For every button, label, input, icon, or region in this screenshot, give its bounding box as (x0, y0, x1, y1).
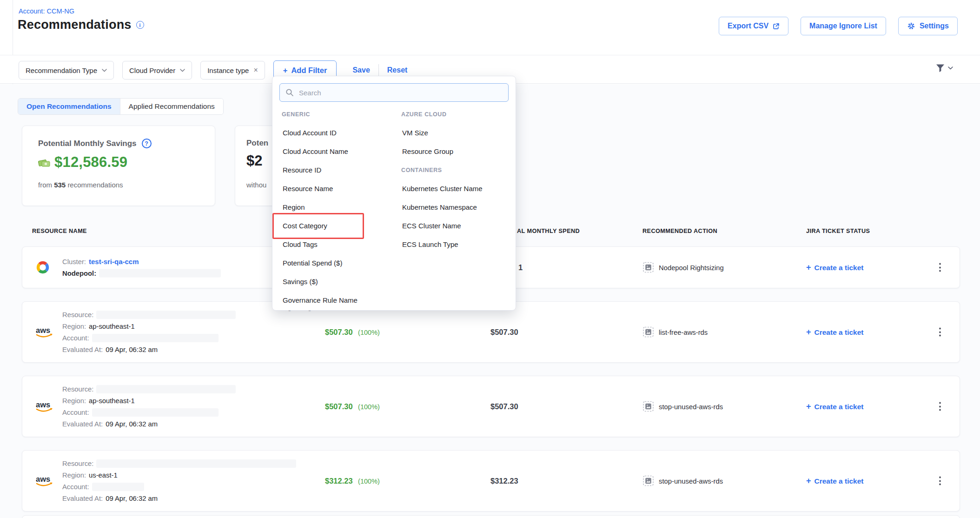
dropdown-search[interactable] (279, 83, 509, 102)
tab-open-recommendations[interactable]: Open Recommendations (18, 99, 120, 114)
search-input[interactable] (298, 88, 503, 97)
breadcrumb[interactable]: Account: CCM-NG (19, 7, 74, 15)
region-value: ap-southeast-1 (89, 323, 135, 330)
dropdown-column-cloud: AZURE CLOUD VM Size Resource Group CONTA… (401, 105, 513, 254)
filter-option-cloud-account-name[interactable]: Cloud Account Name (282, 142, 393, 161)
save-reset-divider (378, 64, 379, 76)
filter-option-potential-spend[interactable]: Potential Spend ($) (282, 254, 393, 272)
section-header-containers: CONTAINERS (401, 161, 513, 179)
col-header-recommended-action: RECOMMENDED ACTION (642, 228, 717, 234)
resource-label: Resource: (62, 460, 93, 467)
manage-ignore-list-button[interactable]: Manage Ignore List (801, 17, 886, 35)
row-menu-button[interactable] (937, 475, 943, 487)
region-label: Region: (62, 397, 86, 405)
filter-chip-recommendation-type[interactable]: Recommendation Type (19, 61, 114, 80)
chevron-down-icon (948, 66, 953, 70)
create-ticket-button[interactable]: + Create a ticket (806, 476, 864, 486)
savings-value: $312.23 (325, 477, 353, 485)
filter-option-resource-name[interactable]: Resource Name (282, 179, 393, 198)
aws-icon: aws (34, 474, 56, 488)
filter-chip-instance-type[interactable]: Instance type × (200, 61, 265, 80)
filter-option-cloud-tags[interactable]: Cloud Tags (282, 235, 393, 254)
col-header-resource-name: RESOURCE NAME (32, 228, 87, 234)
region-value: us-east-1 (89, 472, 118, 479)
filter-option-region[interactable]: Region (282, 198, 393, 217)
dropdown-column-generic: GENERIC Cloud Account ID Cloud Account N… (282, 105, 393, 310)
search-icon (285, 88, 294, 97)
savings-subtitle: from 535 recommendations (38, 181, 123, 189)
row-menu-button[interactable] (937, 326, 943, 339)
filter-option-ecs-launch-type[interactable]: ECS Launch Type (401, 235, 513, 254)
table-row[interactable]: aws Resource: Region:ap-southeast-1 Acco… (22, 376, 960, 437)
chevron-down-icon (180, 69, 185, 72)
add-filter-dropdown: GENERIC Cloud Account ID Cloud Account N… (272, 76, 516, 311)
export-csv-button[interactable]: Export CSV (719, 17, 788, 35)
create-ticket-label: Create a ticket (814, 263, 864, 272)
svg-text:aws: aws (36, 475, 50, 483)
filter-option-vm-size[interactable]: VM Size (401, 124, 513, 142)
table-row[interactable]: aws Resource: Region:us-east-1 Account: … (22, 450, 960, 511)
settings-button[interactable]: Settings (898, 17, 958, 35)
filter-panel-toggle[interactable] (935, 64, 953, 73)
external-link-icon (773, 23, 780, 30)
create-ticket-label: Create a ticket (814, 402, 864, 411)
savings-amount: $12,586.59 (54, 154, 127, 171)
plus-icon: + (806, 327, 811, 337)
row-menu-button[interactable] (937, 261, 943, 274)
spend-card-sub-fragment: withou (246, 181, 266, 189)
chip-label: Cloud Provider (129, 66, 175, 74)
savings-percent: (100%) (358, 478, 380, 485)
filter-option-resource-group[interactable]: Resource Group (401, 142, 513, 161)
reset-filter-button[interactable]: Reset (387, 66, 408, 74)
chevron-down-icon (102, 69, 107, 72)
create-ticket-label: Create a ticket (814, 328, 864, 336)
svg-text:aws: aws (36, 400, 50, 409)
table-row-partial (22, 515, 960, 518)
image-placeholder-icon (643, 327, 654, 338)
create-ticket-button[interactable]: + Create a ticket (806, 263, 864, 272)
filter-option-kubernetes-cluster-name[interactable]: Kubernetes Cluster Name (401, 179, 513, 198)
filter-option-savings[interactable]: Savings ($) (282, 272, 393, 291)
gcp-icon (34, 260, 51, 275)
create-ticket-button[interactable]: + Create a ticket (806, 402, 864, 412)
filter-option-resource-id[interactable]: Resource ID (282, 161, 393, 179)
savings-sub-prefix: from (38, 181, 52, 189)
save-filter-button[interactable]: Save (352, 66, 370, 74)
nodepool-label: Nodepool: (62, 270, 96, 277)
create-ticket-label: Create a ticket (814, 477, 864, 485)
redacted-value (96, 385, 236, 393)
region-label: Region: (62, 323, 86, 330)
plus-icon: + (283, 66, 288, 75)
filter-chip-cloud-provider[interactable]: Cloud Provider (122, 61, 192, 80)
plus-icon: + (806, 402, 811, 412)
create-ticket-button[interactable]: + Create a ticket (806, 327, 864, 337)
export-csv-label: Export CSV (728, 22, 768, 30)
chip-label: Recommendation Type (26, 66, 97, 74)
filter-option-cost-category[interactable]: Cost Category (282, 217, 393, 235)
redacted-value (92, 408, 219, 417)
potential-monthly-savings-card: Potential Monthly Savings ? $12,586.59 f… (22, 126, 215, 206)
resource-label: Resource: (62, 385, 93, 393)
row-menu-button[interactable] (937, 400, 943, 413)
tab-applied-recommendations[interactable]: Applied Recommendations (120, 99, 223, 114)
settings-label: Settings (920, 22, 949, 30)
help-icon[interactable]: ? (142, 139, 152, 148)
info-icon[interactable]: i (136, 21, 144, 29)
filter-option-cloud-account-id[interactable]: Cloud Account ID (282, 124, 393, 142)
page-title: Recommendations (18, 18, 132, 32)
account-label: Account: (62, 334, 89, 342)
recommended-action-value: Nodepool Rightsizing (659, 264, 724, 271)
evaluated-value: 09 Apr, 06:32 am (106, 420, 158, 428)
remove-filter-icon[interactable]: × (253, 66, 258, 74)
filter-option-governance-rule-name[interactable]: Governance Rule Name (282, 291, 393, 310)
recommended-action-value: stop-unused-aws-rds (659, 477, 723, 485)
savings-count: 535 (54, 181, 66, 189)
resource-label: Resource: (62, 311, 93, 319)
recommendations-tabs: Open Recommendations Applied Recommendat… (18, 98, 224, 115)
filter-option-ecs-cluster-name[interactable]: ECS Cluster Name (401, 217, 513, 235)
savings-value: $507.30 (325, 402, 353, 411)
cluster-name-link[interactable]: test-sri-qa-ccm (89, 258, 139, 266)
monthly-spend-value-fragment: 1 (518, 263, 523, 272)
filter-option-kubernetes-namespace[interactable]: Kubernetes Namespace (401, 198, 513, 217)
aws-icon: aws (34, 325, 56, 339)
